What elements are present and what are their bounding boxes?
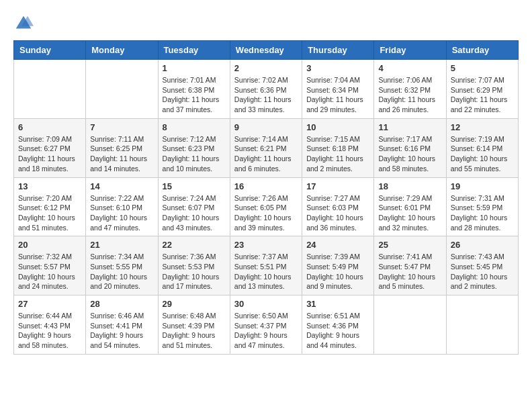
page-header (13, 13, 519, 34)
day-number: 23 (234, 240, 298, 250)
calendar-cell: 2Sunrise: 7:02 AMSunset: 6:36 PMDaylight… (230, 60, 302, 119)
day-number: 11 (378, 122, 441, 132)
day-info: Sunrise: 7:26 AMSunset: 6:05 PMDaylight:… (234, 193, 298, 233)
day-info: Sunrise: 7:17 AMSunset: 6:16 PMDaylight:… (378, 134, 441, 174)
calendar-cell: 26Sunrise: 7:43 AMSunset: 5:45 PMDayligh… (446, 236, 518, 295)
calendar-cell: 16Sunrise: 7:26 AMSunset: 6:05 PMDayligh… (230, 177, 302, 236)
day-info: Sunrise: 7:02 AMSunset: 6:36 PMDaylight:… (234, 75, 298, 115)
weekday-header-row: SundayMondayTuesdayWednesdayThursdayFrid… (14, 41, 519, 60)
day-number: 12 (451, 122, 514, 132)
day-info: Sunrise: 7:24 AMSunset: 6:07 PMDaylight:… (163, 193, 226, 233)
day-info: Sunrise: 7:41 AMSunset: 5:47 PMDaylight:… (378, 252, 441, 291)
day-number: 26 (451, 240, 514, 250)
day-info: Sunrise: 7:36 AMSunset: 5:53 PMDaylight:… (163, 252, 226, 291)
weekday-header-monday: Monday (86, 41, 158, 60)
calendar-cell: 17Sunrise: 7:27 AMSunset: 6:03 PMDayligh… (302, 177, 374, 236)
calendar-cell: 9Sunrise: 7:14 AMSunset: 6:21 PMDaylight… (230, 118, 302, 177)
day-info: Sunrise: 7:01 AMSunset: 6:38 PMDaylight:… (163, 75, 226, 115)
day-number: 13 (18, 181, 81, 191)
calendar-cell (446, 295, 518, 355)
week-row-5: 27Sunrise: 6:44 AMSunset: 4:43 PMDayligh… (14, 295, 519, 355)
day-number: 1 (163, 63, 226, 73)
calendar-cell: 29Sunrise: 6:48 AMSunset: 4:39 PMDayligh… (158, 295, 230, 355)
day-number: 10 (306, 122, 369, 132)
day-number: 20 (18, 240, 81, 250)
calendar-cell: 11Sunrise: 7:17 AMSunset: 6:16 PMDayligh… (374, 118, 446, 177)
day-info: Sunrise: 7:07 AMSunset: 6:29 PMDaylight:… (451, 75, 514, 115)
calendar-cell: 25Sunrise: 7:41 AMSunset: 5:47 PMDayligh… (374, 236, 446, 295)
day-info: Sunrise: 6:48 AMSunset: 4:39 PMDaylight:… (163, 311, 226, 351)
day-number: 22 (163, 240, 226, 250)
day-number: 21 (90, 240, 153, 250)
day-number: 3 (306, 63, 369, 73)
calendar-cell: 15Sunrise: 7:24 AMSunset: 6:07 PMDayligh… (158, 177, 230, 236)
day-number: 31 (306, 299, 369, 309)
calendar-cell: 6Sunrise: 7:09 AMSunset: 6:27 PMDaylight… (14, 118, 86, 177)
calendar-cell: 28Sunrise: 6:46 AMSunset: 4:41 PMDayligh… (86, 295, 158, 355)
day-info: Sunrise: 7:32 AMSunset: 5:57 PMDaylight:… (18, 252, 81, 291)
day-info: Sunrise: 7:29 AMSunset: 6:01 PMDaylight:… (378, 193, 441, 233)
calendar-cell: 19Sunrise: 7:31 AMSunset: 5:59 PMDayligh… (446, 177, 518, 236)
calendar-cell: 24Sunrise: 7:39 AMSunset: 5:49 PMDayligh… (302, 236, 374, 295)
calendar-cell: 7Sunrise: 7:11 AMSunset: 6:25 PMDaylight… (86, 118, 158, 177)
weekday-header-tuesday: Tuesday (158, 41, 230, 60)
day-number: 16 (234, 181, 298, 191)
calendar-cell: 1Sunrise: 7:01 AMSunset: 6:38 PMDaylight… (158, 60, 230, 119)
logo (13, 13, 36, 34)
day-info: Sunrise: 7:39 AMSunset: 5:49 PMDaylight:… (306, 252, 369, 291)
weekday-header-wednesday: Wednesday (230, 41, 302, 60)
calendar-cell: 23Sunrise: 7:37 AMSunset: 5:51 PMDayligh… (230, 236, 302, 295)
calendar-cell: 5Sunrise: 7:07 AMSunset: 6:29 PMDaylight… (446, 60, 518, 119)
calendar-cell: 12Sunrise: 7:19 AMSunset: 6:14 PMDayligh… (446, 118, 518, 177)
calendar-cell: 30Sunrise: 6:50 AMSunset: 4:37 PMDayligh… (230, 295, 302, 355)
calendar-cell: 18Sunrise: 7:29 AMSunset: 6:01 PMDayligh… (374, 177, 446, 236)
day-number: 9 (234, 122, 298, 132)
day-number: 2 (234, 63, 298, 73)
day-info: Sunrise: 7:34 AMSunset: 5:55 PMDaylight:… (90, 252, 153, 291)
calendar-cell (14, 60, 86, 119)
day-number: 8 (163, 122, 226, 132)
day-info: Sunrise: 7:06 AMSunset: 6:32 PMDaylight:… (378, 75, 441, 115)
day-info: Sunrise: 7:31 AMSunset: 5:59 PMDaylight:… (451, 193, 514, 233)
weekday-header-sunday: Sunday (14, 41, 86, 60)
day-info: Sunrise: 7:12 AMSunset: 6:23 PMDaylight:… (163, 134, 226, 174)
weekday-header-friday: Friday (374, 41, 446, 60)
calendar-cell: 22Sunrise: 7:36 AMSunset: 5:53 PMDayligh… (158, 236, 230, 295)
logo-icon (13, 13, 34, 34)
week-row-1: 1Sunrise: 7:01 AMSunset: 6:38 PMDaylight… (14, 60, 519, 119)
day-info: Sunrise: 7:14 AMSunset: 6:21 PMDaylight:… (234, 134, 298, 174)
day-info: Sunrise: 7:09 AMSunset: 6:27 PMDaylight:… (18, 134, 81, 174)
day-number: 17 (306, 181, 369, 191)
day-number: 14 (90, 181, 153, 191)
calendar-cell: 21Sunrise: 7:34 AMSunset: 5:55 PMDayligh… (86, 236, 158, 295)
calendar-cell: 14Sunrise: 7:22 AMSunset: 6:10 PMDayligh… (86, 177, 158, 236)
day-info: Sunrise: 6:46 AMSunset: 4:41 PMDaylight:… (90, 311, 153, 351)
week-row-2: 6Sunrise: 7:09 AMSunset: 6:27 PMDaylight… (14, 118, 519, 177)
day-number: 7 (90, 122, 153, 132)
day-number: 6 (18, 122, 81, 132)
calendar-cell: 13Sunrise: 7:20 AMSunset: 6:12 PMDayligh… (14, 177, 86, 236)
day-info: Sunrise: 6:44 AMSunset: 4:43 PMDaylight:… (18, 311, 81, 351)
calendar-cell (86, 60, 158, 119)
day-number: 19 (451, 181, 514, 191)
calendar-cell: 10Sunrise: 7:15 AMSunset: 6:18 PMDayligh… (302, 118, 374, 177)
day-info: Sunrise: 7:22 AMSunset: 6:10 PMDaylight:… (90, 193, 153, 233)
calendar-cell: 3Sunrise: 7:04 AMSunset: 6:34 PMDaylight… (302, 60, 374, 119)
calendar-table: SundayMondayTuesdayWednesdayThursdayFrid… (13, 40, 519, 355)
week-row-4: 20Sunrise: 7:32 AMSunset: 5:57 PMDayligh… (14, 236, 519, 295)
day-number: 30 (234, 299, 298, 309)
day-info: Sunrise: 7:20 AMSunset: 6:12 PMDaylight:… (18, 193, 81, 233)
weekday-header-thursday: Thursday (302, 41, 374, 60)
day-info: Sunrise: 7:15 AMSunset: 6:18 PMDaylight:… (306, 134, 369, 174)
day-number: 18 (378, 181, 441, 191)
weekday-header-saturday: Saturday (446, 41, 518, 60)
day-number: 24 (306, 240, 369, 250)
day-info: Sunrise: 7:27 AMSunset: 6:03 PMDaylight:… (306, 193, 369, 233)
day-number: 29 (163, 299, 226, 309)
day-number: 4 (378, 63, 441, 73)
day-info: Sunrise: 7:37 AMSunset: 5:51 PMDaylight:… (234, 252, 298, 291)
calendar-cell: 20Sunrise: 7:32 AMSunset: 5:57 PMDayligh… (14, 236, 86, 295)
day-info: Sunrise: 6:50 AMSunset: 4:37 PMDaylight:… (234, 311, 298, 351)
week-row-3: 13Sunrise: 7:20 AMSunset: 6:12 PMDayligh… (14, 177, 519, 236)
day-info: Sunrise: 7:11 AMSunset: 6:25 PMDaylight:… (90, 134, 153, 174)
